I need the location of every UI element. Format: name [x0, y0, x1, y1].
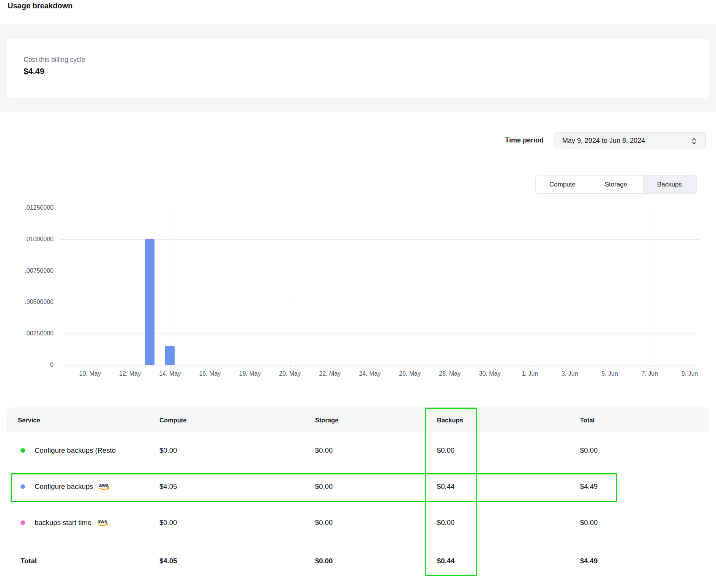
service-label: Configure backups (Resto [35, 446, 116, 455]
column-header-storage: Storage [304, 408, 426, 432]
chart-tab-compute[interactable]: Compute [536, 175, 589, 193]
time-period-select[interactable]: May 9, 2024 to Jun 8, 2024 [554, 132, 706, 149]
x-tick-label: 16. May [189, 370, 231, 377]
x-axis-tick [650, 365, 650, 368]
cost-cycle-label: Cost this billing cycle [24, 56, 85, 64]
cell-total: $0.00 [569, 446, 709, 455]
total-cell-backups: $0.44 [426, 557, 569, 565]
gridline-v [610, 208, 610, 365]
gridline-v [570, 208, 570, 365]
gridline-h [60, 365, 700, 365]
x-axis-tick [290, 365, 290, 368]
x-tick-label: 18. May [229, 370, 271, 377]
y-tick-label: .01000000 [7, 236, 54, 243]
x-tick-label: 30. May [469, 370, 511, 377]
x-tick-label: 5. Jun [589, 370, 631, 377]
service-cell: backups start timeaws [7, 517, 149, 528]
page-title: Usage breakdown [8, 2, 73, 10]
x-tick-label: 10. May [69, 370, 111, 377]
cell-total: $0.00 [569, 518, 709, 527]
usage-chart-card: ComputeStorageBackups .01250000.01000000… [7, 166, 709, 393]
y-tick-label: 0 [7, 362, 54, 368]
chart-tab-storage[interactable]: Storage [589, 175, 643, 193]
gridline-v [170, 208, 170, 365]
total-cell-total: $4.49 [569, 557, 709, 565]
x-axis-tick [450, 365, 450, 368]
total-cell-compute: $4.05 [149, 557, 304, 565]
x-axis-tick [170, 365, 170, 368]
x-axis-tick [210, 365, 210, 368]
x-tick-label: 14. May [149, 370, 191, 377]
cell-storage: $0.00 [304, 446, 426, 455]
column-header-compute: Compute [149, 408, 304, 432]
chevrons-up-down-icon [691, 137, 697, 147]
gridline-v [330, 208, 330, 365]
y-tick-label: .00250000 [7, 330, 54, 337]
x-tick-label: 3. Jun [549, 370, 591, 377]
x-axis-tick [570, 365, 570, 368]
x-tick-label: 22. May [309, 370, 351, 377]
table-row: Configure backupsaws$4.05$0.00$0.44$4.49 [7, 468, 709, 504]
x-tick-label: 1. Jun [509, 370, 550, 377]
table-row: Configure backups (Resto$0.00$0.00$0.00$… [7, 432, 709, 468]
billing-summary-band: Cost this billing cycle $4.49 [0, 24, 716, 112]
x-tick-label: 20. May [269, 370, 311, 377]
service-color-dot [21, 484, 25, 489]
gridline-h [60, 208, 700, 208]
cell-backups: $0.00 [426, 446, 569, 455]
time-period-label: Time period [505, 136, 544, 144]
y-tick-label: .00750000 [7, 267, 54, 274]
y-tick-label: .00500000 [7, 299, 54, 305]
gridline-v [60, 208, 60, 365]
aws-icon: aws [97, 518, 110, 528]
gridline-h [60, 239, 700, 240]
x-axis-tick [610, 365, 610, 368]
x-tick-label: 12. May [109, 370, 151, 377]
aws-icon: aws [98, 482, 112, 492]
gridline-v [290, 208, 290, 365]
service-cell: Configure backupsaws [7, 481, 149, 492]
cell-total: $4.49 [569, 482, 709, 491]
time-period-value: May 9, 2024 to Jun 8, 2024 [562, 137, 645, 145]
usage-bar-13may [145, 239, 155, 365]
gridline-v [690, 208, 690, 365]
gridline-v [650, 208, 650, 365]
usage-table-body: Configure backups (Resto$0.00$0.00$0.00$… [7, 432, 709, 581]
cell-storage: $0.00 [304, 482, 426, 491]
billing-cost-card: Cost this billing cycle $4.49 [7, 39, 709, 98]
service-color-dot [21, 448, 25, 453]
cost-cycle-amount: $4.49 [24, 66, 44, 76]
gridline-v [410, 208, 410, 365]
service-label: backups start time [35, 518, 91, 527]
cell-backups: $0.44 [426, 482, 569, 491]
cell-compute: $0.00 [149, 446, 304, 455]
usage-table-header: ServiceComputeStorageBackupsTotal [7, 408, 709, 432]
x-axis-tick [90, 365, 90, 368]
usage-bar-14may [165, 346, 175, 365]
gridline-h [60, 334, 700, 334]
x-axis-tick [410, 365, 410, 368]
usage-table-card: ServiceComputeStorageBackupsTotal Config… [7, 408, 709, 581]
gridline-v [370, 208, 370, 365]
y-tick-label: .01250000 [7, 204, 54, 211]
x-tick-label: 9. Jun [669, 370, 711, 377]
gridline-v [700, 208, 700, 365]
x-tick-label: 26. May [389, 370, 431, 377]
service-label: Configure backups [35, 482, 93, 491]
x-tick-label: 7. Jun [629, 370, 670, 377]
cell-backups: $0.00 [426, 518, 569, 527]
column-header-total: Total [569, 408, 709, 432]
x-axis-tick [490, 365, 490, 368]
cell-compute: $0.00 [149, 518, 304, 527]
cell-compute: $4.05 [149, 482, 304, 491]
gridline-h [60, 302, 700, 302]
chart-tab-backups[interactable]: Backups [643, 175, 696, 193]
gridline-v [450, 208, 450, 365]
gridline-v [90, 208, 90, 365]
usage-bar-chart [60, 208, 700, 365]
column-header-service: Service [7, 408, 149, 432]
chart-series-tabs: ComputeStorageBackups [535, 175, 697, 194]
x-axis-tick [690, 365, 690, 368]
service-cell: Configure backups (Resto [7, 446, 149, 455]
gridline-v [530, 208, 530, 365]
